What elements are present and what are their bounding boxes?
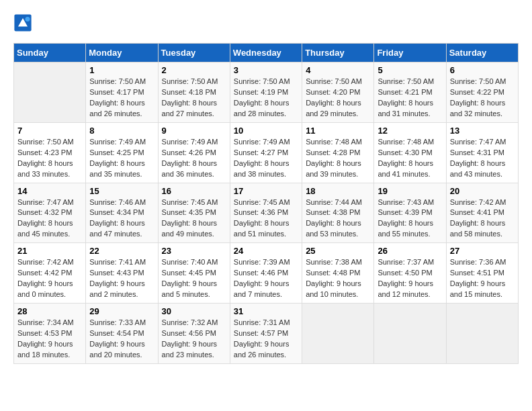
day-info: Sunrise: 7:39 AM Sunset: 4:46 PM Dayligh… [234, 257, 298, 300]
weekday-header-tuesday: Tuesday [158, 44, 230, 62]
day-cell [14, 62, 86, 123]
day-cell: 16Sunrise: 7:45 AM Sunset: 4:35 PM Dayli… [158, 183, 230, 243]
day-number: 15 [89, 186, 154, 196]
day-info: Sunrise: 7:33 AM Sunset: 4:54 PM Dayligh… [89, 318, 154, 361]
day-number: 27 [450, 246, 515, 256]
day-number: 17 [234, 186, 298, 196]
day-number: 3 [234, 65, 298, 75]
day-info: Sunrise: 7:41 AM Sunset: 4:43 PM Dayligh… [89, 257, 154, 300]
day-info: Sunrise: 7:50 AM Sunset: 4:21 PM Dayligh… [378, 77, 442, 120]
day-number: 14 [17, 186, 82, 196]
day-cell: 17Sunrise: 7:45 AM Sunset: 4:36 PM Dayli… [230, 183, 302, 243]
day-info: Sunrise: 7:38 AM Sunset: 4:48 PM Dayligh… [306, 257, 370, 300]
day-info: Sunrise: 7:48 AM Sunset: 4:28 PM Dayligh… [306, 137, 370, 180]
weekday-header-wednesday: Wednesday [230, 44, 302, 62]
weekday-header-monday: Monday [86, 44, 158, 62]
day-cell: 22Sunrise: 7:41 AM Sunset: 4:43 PM Dayli… [86, 243, 158, 304]
week-row-4: 21Sunrise: 7:42 AM Sunset: 4:42 PM Dayli… [14, 243, 519, 304]
day-cell: 28Sunrise: 7:34 AM Sunset: 4:53 PM Dayli… [14, 304, 86, 364]
day-number: 11 [306, 126, 370, 136]
day-number: 16 [162, 186, 226, 196]
logo [13, 13, 35, 32]
day-cell: 4Sunrise: 7:50 AM Sunset: 4:20 PM Daylig… [302, 62, 374, 123]
day-cell: 19Sunrise: 7:43 AM Sunset: 4:39 PM Dayli… [374, 183, 446, 243]
day-number: 25 [306, 246, 370, 256]
day-number: 18 [306, 186, 370, 196]
day-cell: 26Sunrise: 7:37 AM Sunset: 4:50 PM Dayli… [374, 243, 446, 304]
day-number: 6 [450, 65, 515, 75]
day-info: Sunrise: 7:34 AM Sunset: 4:53 PM Dayligh… [17, 318, 82, 361]
day-cell: 2Sunrise: 7:50 AM Sunset: 4:18 PM Daylig… [158, 62, 230, 123]
day-number: 20 [450, 186, 515, 196]
day-cell: 15Sunrise: 7:46 AM Sunset: 4:34 PM Dayli… [86, 183, 158, 243]
day-info: Sunrise: 7:49 AM Sunset: 4:25 PM Dayligh… [89, 137, 154, 180]
day-cell: 18Sunrise: 7:44 AM Sunset: 4:38 PM Dayli… [302, 183, 374, 243]
day-number: 8 [89, 126, 154, 136]
day-info: Sunrise: 7:49 AM Sunset: 4:27 PM Dayligh… [234, 137, 298, 180]
calendar-table: SundayMondayTuesdayWednesdayThursdayFrid… [13, 43, 519, 364]
day-cell: 29Sunrise: 7:33 AM Sunset: 4:54 PM Dayli… [86, 304, 158, 364]
weekday-header-friday: Friday [374, 44, 446, 62]
day-number: 30 [162, 306, 226, 316]
week-row-1: 1Sunrise: 7:50 AM Sunset: 4:17 PM Daylig… [14, 62, 519, 123]
day-cell: 8Sunrise: 7:49 AM Sunset: 4:25 PM Daylig… [86, 122, 158, 183]
day-cell: 31Sunrise: 7:31 AM Sunset: 4:57 PM Dayli… [230, 304, 302, 364]
day-cell: 10Sunrise: 7:49 AM Sunset: 4:27 PM Dayli… [230, 122, 302, 183]
day-info: Sunrise: 7:50 AM Sunset: 4:20 PM Dayligh… [306, 77, 370, 120]
day-info: Sunrise: 7:36 AM Sunset: 4:51 PM Dayligh… [450, 257, 515, 300]
weekday-header-thursday: Thursday [302, 44, 374, 62]
day-cell [446, 304, 518, 364]
day-info: Sunrise: 7:42 AM Sunset: 4:42 PM Dayligh… [17, 257, 82, 300]
day-info: Sunrise: 7:50 AM Sunset: 4:22 PM Dayligh… [450, 77, 515, 120]
day-number: 31 [234, 306, 298, 316]
day-info: Sunrise: 7:43 AM Sunset: 4:39 PM Dayligh… [378, 197, 442, 240]
day-number: 12 [378, 126, 442, 136]
day-number: 4 [306, 65, 370, 75]
day-cell: 12Sunrise: 7:48 AM Sunset: 4:30 PM Dayli… [374, 122, 446, 183]
week-row-3: 14Sunrise: 7:47 AM Sunset: 4:32 PM Dayli… [14, 183, 519, 243]
day-info: Sunrise: 7:50 AM Sunset: 4:17 PM Dayligh… [89, 77, 154, 120]
day-number: 13 [450, 126, 515, 136]
day-cell: 3Sunrise: 7:50 AM Sunset: 4:19 PM Daylig… [230, 62, 302, 123]
day-info: Sunrise: 7:40 AM Sunset: 4:45 PM Dayligh… [162, 257, 226, 300]
day-cell: 1Sunrise: 7:50 AM Sunset: 4:17 PM Daylig… [86, 62, 158, 123]
day-number: 9 [162, 126, 226, 136]
day-number: 28 [17, 306, 82, 316]
day-info: Sunrise: 7:50 AM Sunset: 4:23 PM Dayligh… [17, 137, 82, 180]
logo-icon [13, 13, 32, 32]
day-info: Sunrise: 7:47 AM Sunset: 4:32 PM Dayligh… [17, 197, 82, 240]
day-info: Sunrise: 7:47 AM Sunset: 4:31 PM Dayligh… [450, 137, 515, 180]
day-info: Sunrise: 7:31 AM Sunset: 4:57 PM Dayligh… [234, 318, 298, 361]
day-number: 7 [17, 126, 82, 136]
day-info: Sunrise: 7:45 AM Sunset: 4:35 PM Dayligh… [162, 197, 226, 240]
day-cell: 21Sunrise: 7:42 AM Sunset: 4:42 PM Dayli… [14, 243, 86, 304]
day-number: 21 [17, 246, 82, 256]
day-number: 22 [89, 246, 154, 256]
day-cell: 11Sunrise: 7:48 AM Sunset: 4:28 PM Dayli… [302, 122, 374, 183]
day-number: 29 [89, 306, 154, 316]
day-cell: 23Sunrise: 7:40 AM Sunset: 4:45 PM Dayli… [158, 243, 230, 304]
day-number: 24 [234, 246, 298, 256]
day-info: Sunrise: 7:32 AM Sunset: 4:56 PM Dayligh… [162, 318, 226, 361]
day-info: Sunrise: 7:49 AM Sunset: 4:26 PM Dayligh… [162, 137, 226, 180]
week-row-2: 7Sunrise: 7:50 AM Sunset: 4:23 PM Daylig… [14, 122, 519, 183]
day-info: Sunrise: 7:50 AM Sunset: 4:18 PM Dayligh… [162, 77, 226, 120]
day-cell: 7Sunrise: 7:50 AM Sunset: 4:23 PM Daylig… [14, 122, 86, 183]
day-cell: 14Sunrise: 7:47 AM Sunset: 4:32 PM Dayli… [14, 183, 86, 243]
day-cell: 30Sunrise: 7:32 AM Sunset: 4:56 PM Dayli… [158, 304, 230, 364]
page-header [13, 13, 519, 32]
svg-point-2 [26, 17, 30, 21]
day-cell [374, 304, 446, 364]
day-info: Sunrise: 7:45 AM Sunset: 4:36 PM Dayligh… [234, 197, 298, 240]
day-cell: 5Sunrise: 7:50 AM Sunset: 4:21 PM Daylig… [374, 62, 446, 123]
day-info: Sunrise: 7:44 AM Sunset: 4:38 PM Dayligh… [306, 197, 370, 240]
day-cell [302, 304, 374, 364]
calendar-body: 1Sunrise: 7:50 AM Sunset: 4:17 PM Daylig… [14, 62, 519, 364]
day-number: 5 [378, 65, 442, 75]
day-cell: 24Sunrise: 7:39 AM Sunset: 4:46 PM Dayli… [230, 243, 302, 304]
day-number: 26 [378, 246, 442, 256]
day-info: Sunrise: 7:37 AM Sunset: 4:50 PM Dayligh… [378, 257, 442, 300]
day-cell: 20Sunrise: 7:42 AM Sunset: 4:41 PM Dayli… [446, 183, 518, 243]
weekday-header-row: SundayMondayTuesdayWednesdayThursdayFrid… [14, 44, 519, 62]
day-number: 23 [162, 246, 226, 256]
